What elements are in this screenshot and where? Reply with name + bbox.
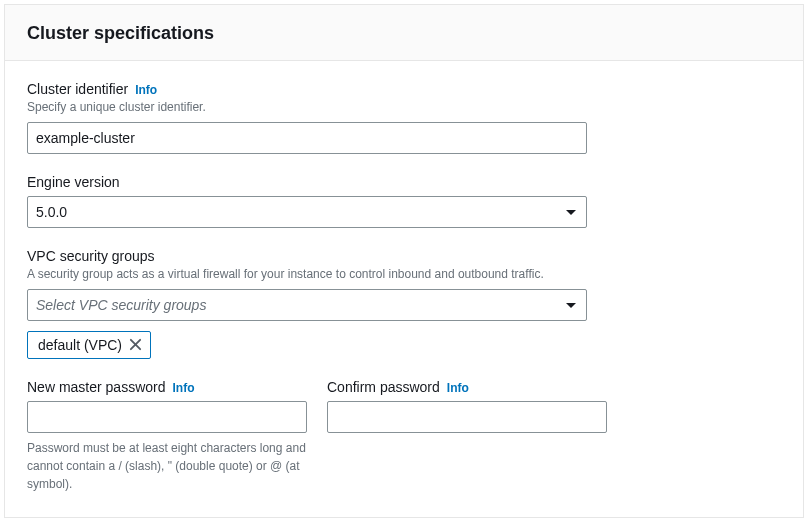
vpc-security-groups-field: VPC security groups A security group act…	[27, 248, 781, 359]
vpc-security-groups-hint: A security group acts as a virtual firew…	[27, 266, 781, 283]
new-master-password-constraint: Password must be at least eight characte…	[27, 439, 307, 493]
new-master-password-input[interactable]	[27, 401, 307, 433]
engine-version-field: Engine version 5.0.0	[27, 174, 781, 228]
confirm-password-label: Confirm password	[327, 379, 440, 395]
vpc-security-groups-tokens: default (VPC)	[27, 331, 781, 359]
cluster-identifier-input[interactable]	[27, 122, 587, 154]
panel-body: Cluster identifier Info Specify a unique…	[5, 61, 803, 517]
cluster-specifications-panel: Cluster specifications Cluster identifie…	[4, 4, 804, 518]
cluster-identifier-field: Cluster identifier Info Specify a unique…	[27, 81, 781, 154]
panel-header: Cluster specifications	[5, 5, 803, 61]
vpc-security-groups-select[interactable]: Select VPC security groups	[27, 289, 587, 321]
cluster-identifier-info-link[interactable]: Info	[135, 83, 157, 97]
engine-version-value: 5.0.0	[27, 196, 587, 228]
new-master-password-field: New master password Info Password must b…	[27, 379, 307, 493]
cluster-identifier-label: Cluster identifier	[27, 81, 128, 97]
panel-title: Cluster specifications	[27, 23, 781, 44]
engine-version-select[interactable]: 5.0.0	[27, 196, 587, 228]
new-master-password-label: New master password	[27, 379, 166, 395]
new-master-password-info-link[interactable]: Info	[173, 381, 195, 395]
vpc-security-groups-label: VPC security groups	[27, 248, 155, 264]
security-group-token-label: default (VPC)	[38, 337, 122, 353]
engine-version-label: Engine version	[27, 174, 120, 190]
security-group-token: default (VPC)	[27, 331, 151, 359]
vpc-security-groups-placeholder: Select VPC security groups	[27, 289, 587, 321]
confirm-password-input[interactable]	[327, 401, 607, 433]
cluster-identifier-hint: Specify a unique cluster identifier.	[27, 99, 781, 116]
confirm-password-field: Confirm password Info	[327, 379, 607, 493]
token-remove-button[interactable]	[129, 338, 142, 351]
close-icon	[129, 338, 142, 351]
password-row: New master password Info Password must b…	[27, 379, 781, 493]
confirm-password-info-link[interactable]: Info	[447, 381, 469, 395]
